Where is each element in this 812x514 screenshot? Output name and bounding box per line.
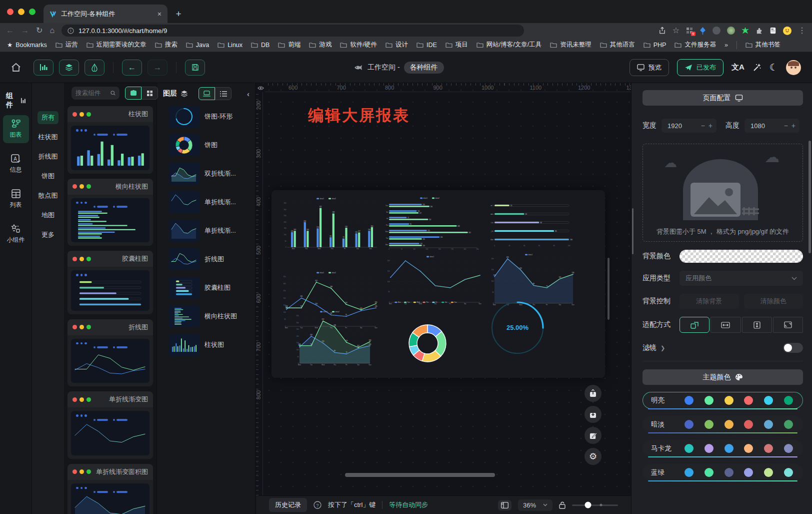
bookmark-folder[interactable]: 近期需要读的文章 <box>86 41 146 49</box>
layer-item[interactable]: 柱状图 <box>167 332 250 357</box>
window-scrollbar-thumb[interactable] <box>808 141 811 253</box>
fit-width-button[interactable] <box>710 317 740 333</box>
app-type-select[interactable]: 应用颜色 <box>680 271 803 286</box>
single-column-view-button[interactable] <box>125 87 142 100</box>
kite-extension-icon[interactable] <box>700 27 706 35</box>
panel-layout-button[interactable] <box>498 500 512 510</box>
bookmark-folder[interactable]: 其他语言 <box>600 41 635 49</box>
search-input[interactable] <box>76 90 110 97</box>
lock-open-icon[interactable] <box>559 501 566 509</box>
canvas-title-text[interactable]: 编辑大屏报表 <box>308 105 410 126</box>
layer-item[interactable]: 单折线渐... <box>167 190 250 215</box>
layer-item[interactable]: 折线图 <box>167 247 250 272</box>
close-window-button[interactable] <box>7 9 14 15</box>
dark-circle-extension-icon[interactable] <box>712 27 720 35</box>
bookmark-folder[interactable]: 资讯未整理 <box>550 41 592 49</box>
app-home-icon[interactable] <box>11 63 21 72</box>
component-card[interactable]: 折线图 <box>68 319 153 387</box>
save-button[interactable] <box>185 60 205 76</box>
reader-extension-icon[interactable] <box>770 27 776 34</box>
component-card[interactable]: 横向柱状图 <box>68 179 153 246</box>
settings-gear-button[interactable]: ⚙ <box>584 448 602 465</box>
bookmark-folder[interactable]: 运营 <box>56 41 78 49</box>
category-item[interactable]: 折线图 <box>34 150 62 163</box>
vertical-scrollbar[interactable] <box>608 258 610 320</box>
layers-toggle-button[interactable] <box>59 60 79 76</box>
theme-row-3[interactable]: 蓝绿 <box>642 464 803 481</box>
zoom-slider-knob[interactable] <box>585 502 592 508</box>
extension-grid-icon[interactable]: 9 <box>686 27 693 34</box>
ruler-eye-icon[interactable] <box>256 84 265 92</box>
other-bookmarks[interactable]: 其他书签 <box>746 41 780 49</box>
home-icon[interactable]: ⌂ <box>50 27 54 35</box>
theme-row-1[interactable]: 暗淡 <box>642 416 803 433</box>
canvas-area[interactable]: 6007008009001000110012001300 20030040050… <box>256 83 631 495</box>
undo-button[interactable]: ← <box>122 60 142 76</box>
bookmark-folder[interactable]: 设计 <box>386 41 408 49</box>
new-tab-button[interactable]: + <box>172 7 186 21</box>
chart-area-dual-gradient[interactable]: 501001502002503003500data1data2120200150… <box>292 309 372 368</box>
component-search[interactable] <box>72 87 120 100</box>
component-card[interactable]: 胶囊柱图 <box>68 251 153 314</box>
panel-scrollbar-thumb[interactable] <box>632 208 634 254</box>
chart-horizontal-bar[interactable]: data1data2050100150200250300350Sun130160… <box>382 196 482 252</box>
height-minus-button[interactable]: − <box>784 122 788 130</box>
bookmark-folder[interactable]: 项目 <box>446 41 468 49</box>
sidebar-item-3[interactable]: 小组件 <box>3 220 29 248</box>
bookmark-folder[interactable]: DB <box>251 41 270 49</box>
width-stepper[interactable]: 1920 −+ <box>662 119 716 133</box>
theme-row-2[interactable]: 马卡龙 <box>642 440 803 457</box>
config-toggle-button[interactable] <box>84 60 104 76</box>
sidebar-item-1[interactable]: A信息 <box>3 150 29 178</box>
sidebar-item-0[interactable]: 图表 <box>3 115 29 143</box>
zoom-select[interactable]: 36% <box>518 499 552 511</box>
layer-item[interactable]: 双折线渐... <box>167 161 250 186</box>
horizontal-scrollbar[interactable] <box>345 473 495 477</box>
bookmark-folder[interactable]: 搜索 <box>155 41 178 49</box>
category-item[interactable]: 散点图 <box>34 189 62 202</box>
components-toggle-button[interactable] <box>34 60 54 76</box>
grid-view-button[interactable] <box>142 87 158 100</box>
bookmarks-manager[interactable]: ★Bookmarks <box>7 41 47 49</box>
layer-item[interactable]: 胶囊柱图 <box>167 275 250 300</box>
layer-thumbnail-view-button[interactable] <box>198 87 215 100</box>
bookmark-folder[interactable]: 前端 <box>278 41 300 49</box>
fit-stretch-button[interactable] <box>773 317 803 333</box>
forward-icon[interactable]: → <box>21 27 29 35</box>
layer-item[interactable]: 单折线渐... <box>167 218 250 243</box>
component-card[interactable]: 柱状图 <box>68 106 153 174</box>
component-card[interactable]: 单折线渐变图 <box>68 391 153 459</box>
language-switch-icon[interactable]: 文A <box>732 63 744 72</box>
zoom-window-button[interactable] <box>29 9 36 15</box>
bookmark-folder[interactable]: 软件/硬件 <box>340 41 376 49</box>
browser-menu-icon[interactable]: ⋮ <box>798 27 806 35</box>
theme-row-0[interactable]: 明亮 <box>642 392 803 409</box>
height-plus-button[interactable]: + <box>792 122 796 130</box>
sidebar-item-2[interactable]: 列表 <box>3 185 29 213</box>
emoji-extension-icon[interactable] <box>783 27 792 35</box>
green-circle-extension-icon[interactable] <box>727 27 735 35</box>
minimize-window-button[interactable] <box>18 9 24 15</box>
bookmark-folder[interactable]: IDE <box>416 41 437 49</box>
category-item[interactable]: 地图 <box>38 209 58 222</box>
background-upload-dropzone[interactable]: ☁ ☁ 背景图需小于 5M ， 格式为 png/jpg/gif 的文件 <box>642 144 803 242</box>
layer-list-view-button[interactable] <box>215 87 232 100</box>
fit-height-button[interactable] <box>742 317 772 333</box>
chart-capsule[interactable]: 厦门20南阳40北京60上海80新疆100020406080100 <box>486 197 576 249</box>
chart-pie-donut[interactable]: MonTueWedThuFriSatSun <box>365 299 490 374</box>
chart-progress-ring[interactable]: 25.00% <box>488 290 548 365</box>
bookmark-folder[interactable]: Linux <box>218 41 242 49</box>
bookmark-folder[interactable]: 网站/博客/文章/工具 <box>476 41 542 49</box>
browser-tab[interactable]: 工作空间-各种组件 × <box>44 5 168 23</box>
fit-scale-button[interactable] <box>680 317 710 333</box>
share-icon[interactable] <box>658 27 666 35</box>
height-stepper[interactable]: 1080 −+ <box>744 119 800 133</box>
user-avatar[interactable] <box>786 60 801 75</box>
site-info-icon[interactable]: i <box>68 28 74 34</box>
layer-item[interactable]: 横向柱状图 <box>167 304 250 329</box>
bookmark-folder[interactable]: Java <box>186 41 209 49</box>
magic-wand-icon[interactable] <box>752 63 762 72</box>
layer-item[interactable]: 饼图-环形 <box>167 104 250 129</box>
clear-color-button[interactable]: 清除颜色 <box>744 294 804 309</box>
bg-color-swatch[interactable] <box>680 250 803 263</box>
